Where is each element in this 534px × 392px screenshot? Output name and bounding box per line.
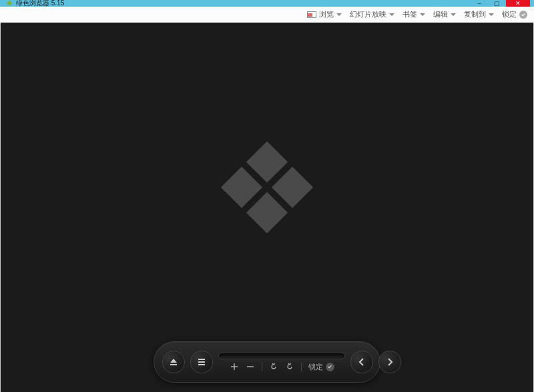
- zoom-slider[interactable]: [218, 353, 345, 359]
- toolbar: 浏览 幻灯片放映 书签 编辑 复制到 锁定: [0, 7, 534, 23]
- maximize-button[interactable]: ▢: [489, 0, 505, 7]
- mini-controls: 锁定: [230, 362, 334, 372]
- rotate-left-button[interactable]: [269, 362, 278, 371]
- check-icon: [326, 363, 334, 371]
- browse-icon: [307, 11, 316, 18]
- chevron-down-icon: [489, 13, 494, 16]
- chevron-down-icon: [389, 13, 394, 16]
- lock-mini-label: 锁定: [308, 362, 323, 372]
- edit-label: 编辑: [433, 9, 448, 19]
- bookmark-label: 书签: [403, 9, 417, 19]
- placeholder-logo: [227, 147, 307, 227]
- app-icon: [4, 0, 12, 7]
- lock-label: 锁定: [502, 9, 517, 19]
- image-viewer: 锁定: [0, 23, 534, 392]
- copyto-menu[interactable]: 复制到: [464, 9, 494, 19]
- copyto-label: 复制到: [464, 9, 486, 19]
- edit-menu[interactable]: 编辑: [433, 9, 456, 19]
- separator: [262, 362, 262, 371]
- separator: [301, 362, 302, 371]
- control-bar: 锁定: [154, 341, 380, 383]
- svg-rect-0: [7, 1, 12, 6]
- eject-button[interactable]: [162, 351, 185, 373]
- window-controls: – ▢ ✕: [471, 0, 530, 7]
- browse-label: 浏览: [319, 9, 334, 19]
- chevron-down-icon: [420, 13, 425, 16]
- zoom-out-button[interactable]: [246, 362, 255, 371]
- bookmark-menu[interactable]: 书签: [403, 9, 425, 19]
- browse-menu[interactable]: 浏览: [307, 9, 342, 19]
- app-title: 绿色浏览器 5.15: [16, 0, 64, 8]
- title-bar-left: 绿色浏览器 5.15: [4, 0, 64, 8]
- slideshow-label: 幻灯片放映: [350, 9, 386, 19]
- minimize-button[interactable]: –: [471, 0, 487, 7]
- chevron-down-icon: [336, 13, 342, 16]
- next-button[interactable]: [378, 351, 401, 373]
- center-controls: 锁定: [218, 353, 345, 372]
- lock-toggle[interactable]: 锁定: [502, 9, 527, 19]
- rotate-right-button[interactable]: [285, 362, 294, 371]
- title-bar: 绿色浏览器 5.15 – ▢ ✕: [0, 0, 534, 7]
- menu-button[interactable]: [190, 351, 213, 373]
- chevron-down-icon: [451, 13, 456, 16]
- prev-button[interactable]: [350, 351, 373, 373]
- check-icon: [519, 11, 527, 19]
- zoom-in-button[interactable]: [230, 362, 239, 371]
- close-button[interactable]: ✕: [506, 0, 530, 7]
- lock-mini-toggle[interactable]: 锁定: [308, 362, 334, 372]
- slideshow-menu[interactable]: 幻灯片放映: [350, 9, 394, 19]
